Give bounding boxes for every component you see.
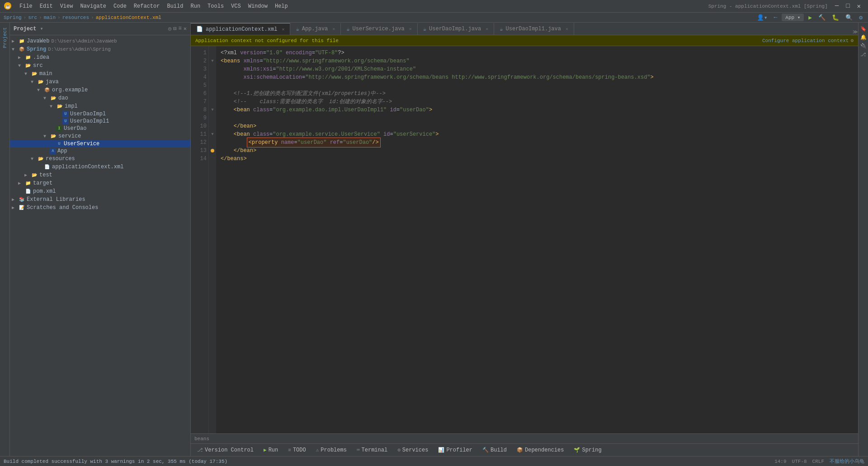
debug-btn[interactable]: 🐛 — [830, 13, 841, 22]
configure-gear-icon[interactable]: ⚙ — [850, 38, 854, 43]
code-line-5 — [221, 81, 854, 90]
tree-item-target[interactable]: ▶ 📁 target — [10, 179, 190, 187]
tree-item-src[interactable]: ▼ 📂 src — [10, 62, 190, 70]
profiler-btn[interactable]: 📊 Profiler — [434, 446, 477, 454]
tree-item-javaweb[interactable]: ▶ 📁 JavaWeb D:\Users\Admin\JavaWeb — [10, 37, 190, 45]
spring-btn[interactable]: 🌱 Spring — [569, 446, 606, 454]
tree-item-idea[interactable]: ▶ 📁 .idea — [10, 53, 190, 62]
line-numbers: 1 2 3 4 5 6 7 8 9 10 11 12 13 14 — [191, 46, 209, 433]
project-dropdown[interactable]: ▾ — [40, 25, 43, 32]
tree-item-userservice[interactable]: ▶ U UserService — [10, 140, 190, 147]
vc-icon: ⎇ — [197, 447, 203, 453]
locate-icon[interactable]: ◎ — [168, 25, 171, 32]
encoding-label[interactable]: UTF-8 — [792, 459, 807, 464]
collapse-all-icon[interactable]: ⊟ — [173, 25, 176, 32]
tree-item-main[interactable]: ▼ 📂 main — [10, 70, 190, 78]
tab-java-icon-udi: ☕ — [423, 26, 426, 33]
build-tool-btn[interactable]: 🔨 Build — [478, 446, 511, 454]
services-btn[interactable]: ⚙ Services — [393, 446, 433, 454]
tree-item-userdaoimpl1[interactable]: ▶ U UserDaoImpl1 — [10, 118, 190, 125]
run-btn[interactable]: ▶ — [807, 13, 814, 22]
project-tab-icon[interactable]: Project — [1, 25, 9, 50]
menu-window[interactable]: Window — [245, 2, 271, 11]
breadcrumb-file[interactable]: applicationContext.xml — [96, 15, 161, 20]
menu-vcs[interactable]: VCS — [228, 2, 244, 11]
line-sep-label[interactable]: CRLF — [812, 459, 824, 464]
fold-arrow-8[interactable]: ▼ — [211, 108, 213, 112]
tree-item-dao[interactable]: ▼ 📂 dao — [10, 94, 190, 102]
tree-item-extlibs[interactable]: ▶ 📚 External Libraries — [10, 195, 190, 204]
tree-item-userdaoimpl[interactable]: ▶ U UserDaoImpl — [10, 110, 190, 118]
right-icon-notifications[interactable]: 🔔 — [859, 33, 868, 42]
menu-refactor[interactable]: Refactor — [131, 2, 163, 11]
tab-appcontext[interactable]: 📄 applicationContext.xml ✕ — [191, 23, 290, 35]
project-panel: Project ▾ ◎ ⊟ ≡ ✕ ▶ 📁 JavaWeb D:\Users\A… — [10, 23, 191, 456]
right-icon-plugins[interactable]: 🔌 — [859, 42, 868, 50]
terminal-btn[interactable]: ⌨ Terminal — [352, 446, 392, 454]
code-content[interactable]: <?xml version="1.0" encoding="UTF-8"?> <… — [216, 46, 858, 433]
tree-item-app[interactable]: ▶ A App — [10, 147, 190, 155]
context-label: beans — [194, 436, 209, 442]
tree-item-appcontext[interactable]: ▶ 📄 applicationContext.xml — [10, 163, 190, 171]
problems-btn[interactable]: ⚠ Problems — [311, 446, 351, 454]
menu-edit[interactable]: Edit — [37, 2, 56, 11]
menu-code[interactable]: Code — [110, 2, 130, 11]
package-icon: 📦 — [43, 86, 51, 94]
tree-item-orgexample[interactable]: ▼ 📦 org.example — [10, 86, 190, 94]
tab-userdaoimpl[interactable]: ☕ UserDaoImpl.java ✕ — [418, 23, 494, 35]
tab-menu-icon[interactable]: ≫ — [853, 29, 858, 35]
toolbar-profile-btn[interactable]: 👤▾ — [755, 13, 769, 22]
hide-panel-icon[interactable]: ✕ — [184, 25, 187, 32]
menu-view[interactable]: View — [57, 2, 76, 11]
menu-navigate[interactable]: Navigate — [77, 2, 109, 11]
tab-userservice[interactable]: ☕ UserService.java ✕ — [341, 23, 417, 35]
tree-item-resources[interactable]: ▼ 📂 resources — [10, 155, 190, 163]
right-icon-git[interactable]: ⎇ — [859, 50, 868, 59]
menu-run[interactable]: Run — [187, 2, 203, 11]
menu-tools[interactable]: Tools — [204, 2, 227, 11]
minimize-button[interactable]: ─ — [831, 1, 842, 11]
breadcrumb-src[interactable]: src — [28, 15, 37, 20]
tab-close-userservice[interactable]: ✕ — [409, 26, 412, 32]
maximize-button[interactable]: □ — [842, 1, 853, 11]
tree-item-test[interactable]: ▶ 📂 test — [10, 171, 190, 179]
breadcrumb-resources[interactable]: resources — [62, 15, 89, 20]
settings-btn[interactable]: ⚙ — [857, 13, 864, 22]
tab-close-appcontext[interactable]: ✕ — [282, 27, 284, 32]
tree-item-impl[interactable]: ▼ 📂 impl — [10, 102, 190, 110]
menu-file[interactable]: File — [16, 2, 36, 11]
menu-help[interactable]: Help — [272, 2, 291, 11]
dependencies-btn[interactable]: 📦 Dependencies — [512, 446, 568, 454]
show-options-icon[interactable]: ≡ — [179, 25, 182, 32]
fold-arrow-11[interactable]: ▼ — [211, 132, 213, 137]
module-icon: 📦 — [18, 46, 25, 53]
tab-close-userdaoimpl[interactable]: ✕ — [486, 26, 488, 32]
run-tool-btn[interactable]: ▶ Run — [259, 446, 283, 454]
build-btn[interactable]: 🔨 — [816, 13, 827, 22]
menu-build[interactable]: Build — [164, 2, 186, 11]
app-dropdown[interactable]: App ▾ — [782, 14, 804, 21]
toolbar-right: 👤▾ ← App ▾ ▶ 🔨 🐛 🔍 ⚙ — [755, 13, 864, 22]
right-icon-bookmark[interactable]: 🔖 — [859, 24, 868, 33]
breadcrumb-spring[interactable]: Spring — [4, 15, 22, 20]
tree-item-pomxml[interactable]: ▶ 📄 pom.xml — [10, 187, 190, 195]
service-folder-icon: 📂 — [50, 133, 57, 140]
search-everywhere-btn[interactable]: 🔍 — [844, 13, 854, 22]
tab-java-icon-app: ☕ — [296, 26, 299, 33]
tree-item-java[interactable]: ▼ 📂 java — [10, 78, 190, 86]
tab-close-userdaoimpl1[interactable]: ✕ — [566, 26, 568, 32]
close-button[interactable]: ✕ — [854, 1, 864, 11]
tab-userdaoimpl1[interactable]: ☕ UserDaoImpl1.java ✕ — [494, 23, 574, 35]
tree-item-service[interactable]: ▼ 📂 service — [10, 132, 190, 140]
tab-appjava[interactable]: ☕ App.java ✕ — [290, 23, 341, 35]
todo-btn[interactable]: ≡ TODO — [283, 446, 310, 454]
tree-item-userdao[interactable]: ▶ I UserDao — [10, 125, 190, 132]
fold-arrow-2[interactable]: ▼ — [211, 59, 213, 63]
toolbar-back-btn[interactable]: ← — [772, 13, 779, 22]
breadcrumb-main[interactable]: main — [44, 15, 56, 20]
tree-item-spring[interactable]: ▼ 📦 Spring D:\Users\Admin\Spring — [10, 45, 190, 53]
configure-link[interactable]: Configure application context — [762, 38, 849, 43]
tab-close-appjava[interactable]: ✕ — [332, 26, 335, 32]
tree-item-scratches[interactable]: ▶ 📝 Scratches and Consoles — [10, 204, 190, 212]
version-control-btn[interactable]: ⎇ Version Control — [193, 446, 258, 454]
